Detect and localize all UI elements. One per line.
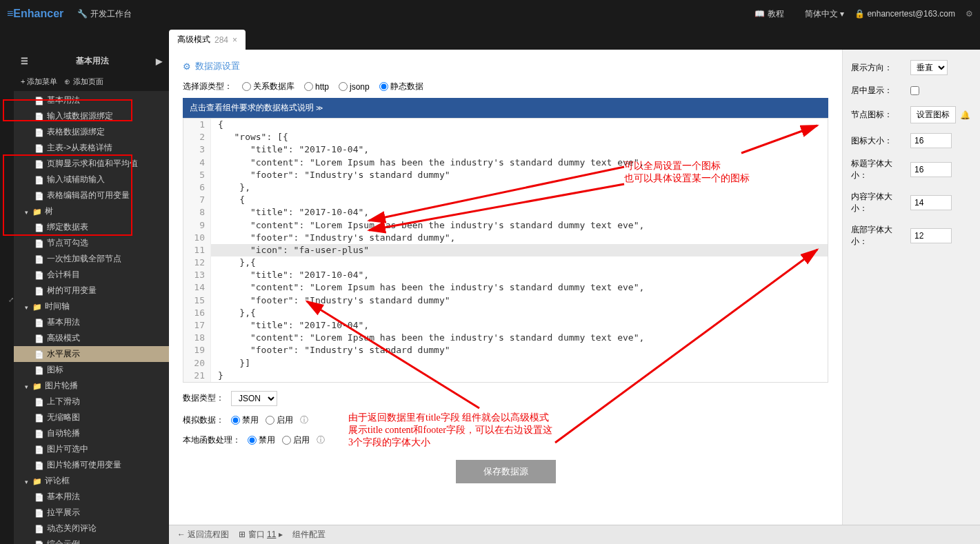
- bottom-bar: ← 返回流程图 ⊞ 窗口 11 ▸ 组件配置: [169, 525, 980, 544]
- sidebar-folder-tree[interactable]: 树: [14, 203, 169, 219]
- title-size-input[interactable]: [910, 162, 952, 177]
- code-line[interactable]: 2 "rows": [{: [183, 131, 828, 143]
- radio-mock-enable[interactable]: 启用: [266, 414, 293, 426]
- content-size-input[interactable]: [910, 195, 952, 210]
- radio-localfn-disable[interactable]: 禁用: [248, 434, 275, 446]
- sidebar-item[interactable]: 高级模式: [14, 330, 169, 346]
- code-line[interactable]: 19 "footer": "Industry's standard dummy": [183, 344, 828, 356]
- sidebar-item[interactable]: 表格编辑器的可用变量: [14, 188, 169, 203]
- logo: ≡Enhancer: [7, 8, 63, 20]
- icon-size-input[interactable]: [910, 133, 952, 148]
- sidebar-item[interactable]: 拉平展示: [14, 505, 169, 521]
- sidebar-item[interactable]: 基本用法: [14, 314, 169, 330]
- code-line[interactable]: 5 "footer": "Industry's standard dummy": [183, 169, 828, 181]
- code-line[interactable]: 7 {: [183, 194, 828, 206]
- sidebar-item[interactable]: 无缩略图: [14, 410, 169, 425]
- code-line[interactable]: 4 "content": "Lorem Ipsum has been the i…: [183, 157, 828, 169]
- radio-static-data[interactable]: 静态数据: [379, 81, 423, 92]
- tab-count: 284: [214, 35, 228, 45]
- sidebar-item[interactable]: 树的可用变量: [14, 283, 169, 299]
- code-line[interactable]: 12 },{: [183, 256, 828, 269]
- code-line[interactable]: 17 "title": "2017-10-04",: [183, 319, 828, 332]
- add-menu-button[interactable]: + 添加菜单: [21, 77, 57, 87]
- sidebar-item[interactable]: 绑定数据表: [14, 219, 169, 235]
- footer-size-input[interactable]: [910, 228, 952, 243]
- bell-icon[interactable]: 🔔: [960, 110, 970, 120]
- expand-icon[interactable]: ⤢: [8, 296, 14, 303]
- direction-select[interactable]: 垂直: [910, 60, 948, 75]
- title-size-label: 标题字体大小：: [851, 158, 906, 181]
- language-select[interactable]: 简体中文 ▾: [805, 8, 844, 20]
- code-editor[interactable]: 1{2 "rows": [{3 "title": "2017-10-04",4 …: [183, 118, 828, 383]
- radio-http[interactable]: http: [304, 82, 329, 92]
- code-line[interactable]: 16 },{: [183, 307, 828, 319]
- sidebar-item[interactable]: 图标: [14, 362, 169, 378]
- save-datasource-button[interactable]: 保存数据源: [456, 460, 556, 483]
- content-size-label: 内容字体大小：: [851, 191, 906, 214]
- sidebar-item[interactable]: 输入域数据源绑定: [14, 108, 169, 124]
- sidebar-item[interactable]: 自动轮播: [14, 425, 169, 441]
- back-flow-button[interactable]: ← 返回流程图: [177, 529, 229, 541]
- sidebar-item[interactable]: 图片可选中: [14, 441, 169, 457]
- code-line[interactable]: 21}: [183, 370, 828, 382]
- sidebar-folder-comment[interactable]: 评论框: [14, 473, 169, 489]
- sidebar-item[interactable]: 图片轮播可使用变量: [14, 457, 169, 473]
- sidebar-item[interactable]: 一次性加载全部节点: [14, 251, 169, 267]
- sidebar-item[interactable]: 综合示例: [14, 536, 169, 544]
- datasource-title: 数据源设置: [183, 60, 828, 72]
- code-line[interactable]: 20 }]: [183, 357, 828, 370]
- radio-relational-db[interactable]: 关系数据库: [242, 81, 294, 92]
- radio-mock-disable[interactable]: 禁用: [231, 414, 259, 426]
- info-icon[interactable]: ⓘ: [300, 414, 308, 426]
- sidebar-item[interactable]: 节点可勾选: [14, 235, 169, 251]
- tab-label: 高级模式: [177, 34, 210, 46]
- left-rail: ⤢ 页面检查 角色管理 全局配置 自定义 Http 接口: [0, 50, 14, 544]
- sidebar-folder-timeline[interactable]: 时间轴: [14, 299, 169, 314]
- info-icon[interactable]: ⓘ: [317, 434, 325, 446]
- center-checkbox[interactable]: [910, 86, 919, 95]
- sidebar-item[interactable]: 动态关闭评论: [14, 521, 169, 536]
- code-line[interactable]: 13 "title": "2017-10-04",: [183, 269, 828, 281]
- code-line[interactable]: 11 "icon": "fa-user-plus": [183, 244, 828, 256]
- radio-jsonp[interactable]: jsonp: [339, 82, 370, 92]
- menu-icon[interactable]: ☰: [21, 57, 28, 66]
- code-line[interactable]: 14 "content": "Lorem Ipsum has been the …: [183, 281, 828, 294]
- code-line[interactable]: 9 "content": "Lorem Ipsum has been the i…: [183, 219, 828, 232]
- window-button[interactable]: ⊞ 窗口 11 ▸: [239, 529, 282, 541]
- code-line[interactable]: 10 "footer": "Industry's standard dummy"…: [183, 232, 828, 244]
- sidebar-item[interactable]: 主表->从表格详情: [14, 140, 169, 156]
- sidebar-folder-carousel[interactable]: 图片轮播: [14, 378, 169, 394]
- user-info[interactable]: 🔒 enhancertest@163.com: [854, 9, 955, 19]
- center-label: 居中显示：: [851, 85, 906, 97]
- close-icon[interactable]: ×: [232, 35, 237, 45]
- code-line[interactable]: 1{: [183, 119, 828, 131]
- tutorial-link[interactable]: 📖 教程: [754, 8, 783, 20]
- code-line[interactable]: 8 "title": "2017-10-04",: [183, 206, 828, 219]
- code-line[interactable]: 3 "title": "2017-10-04",: [183, 143, 828, 156]
- content-size-row: 内容字体大小：: [851, 191, 972, 214]
- sidebar-item[interactable]: 页脚显示求和值和平均值: [14, 156, 169, 172]
- sidebar-item[interactable]: 输入域辅助输入: [14, 172, 169, 188]
- workbench-link[interactable]: 🔧 开发工作台: [77, 8, 131, 20]
- format-info-bar[interactable]: 点击查看组件要求的数据格式说明: [183, 98, 828, 118]
- data-type-select[interactable]: JSON: [231, 391, 277, 406]
- code-line[interactable]: 6 },: [183, 181, 828, 194]
- code-line[interactable]: 15 "footer": "Industry's standard dummy": [183, 294, 828, 307]
- sidebar-item[interactable]: 表格数据源绑定: [14, 124, 169, 140]
- sidebar-item[interactable]: 会计科目: [14, 267, 169, 283]
- settings-icon[interactable]: ⚙: [966, 9, 973, 19]
- mock-label: 模拟数据：: [183, 414, 224, 426]
- sidebar-tree: 基本用法 输入域数据源绑定 表格数据源绑定 主表->从表格详情 页脚显示求和值和…: [14, 91, 169, 544]
- radio-localfn-enable[interactable]: 启用: [282, 434, 310, 446]
- editor-pane: 数据源设置 选择源类型： 关系数据库 http jsonp 静态数据 点击查看组…: [169, 50, 842, 544]
- component-config-button[interactable]: 组件配置: [292, 529, 326, 541]
- tab-advanced-mode[interactable]: 高级模式 284 ×: [169, 30, 246, 50]
- play-icon[interactable]: ▶: [156, 57, 162, 66]
- sidebar-item-active[interactable]: 水平展示: [14, 346, 169, 362]
- sidebar-item[interactable]: 上下滑动: [14, 394, 169, 410]
- set-icon-button[interactable]: 设置图标: [910, 106, 956, 123]
- sidebar-item[interactable]: 基本用法: [14, 92, 169, 108]
- code-line[interactable]: 18 "content": "Lorem Ipsum has been the …: [183, 332, 828, 344]
- add-page-button[interactable]: ⊕ 添加页面: [64, 77, 103, 87]
- sidebar-item[interactable]: 基本用法: [14, 489, 169, 505]
